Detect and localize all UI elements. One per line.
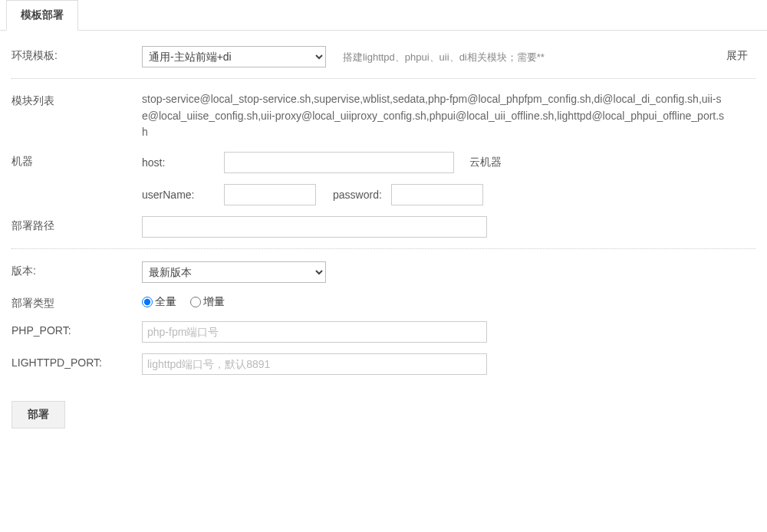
module-list-label: 模块列表 bbox=[12, 91, 142, 108]
module-list-value: stop-service@local_stop-service.sh,super… bbox=[142, 91, 725, 141]
password-label: password: bbox=[333, 189, 382, 201]
host-input[interactable] bbox=[224, 152, 454, 173]
php-port-input[interactable] bbox=[142, 321, 487, 343]
deploy-type-label: 部署类型 bbox=[12, 294, 142, 310]
radio-full-label: 全量 bbox=[155, 295, 176, 309]
env-template-hint: 搭建lighttpd、phpui、uii、di相关模块；需要** bbox=[343, 51, 545, 64]
deploy-type-full[interactable]: 全量 bbox=[142, 295, 176, 309]
version-select[interactable]: 最新版本 bbox=[142, 261, 326, 283]
host-label: host: bbox=[142, 156, 215, 169]
deploy-form: 环境模板: 通用-主站前端+di 搭建lighttpd、phpui、uii、di… bbox=[0, 31, 767, 393]
tab-bar: 模板部署 bbox=[0, 0, 767, 31]
username-input[interactable] bbox=[224, 184, 316, 205]
deploy-type-incremental[interactable]: 增量 bbox=[190, 295, 225, 309]
lighttpd-port-label: LIGHTTPD_PORT: bbox=[12, 353, 142, 369]
divider-2 bbox=[12, 248, 755, 249]
lighttpd-port-input[interactable] bbox=[142, 353, 487, 375]
env-template-select[interactable]: 通用-主站前端+di bbox=[142, 46, 326, 67]
radio-incremental[interactable] bbox=[190, 297, 201, 307]
tab-template-deploy[interactable]: 模板部署 bbox=[6, 0, 78, 31]
cloud-machine-label: 云机器 bbox=[469, 156, 502, 169]
radio-incremental-label: 增量 bbox=[203, 295, 225, 309]
divider bbox=[12, 78, 755, 79]
machine-label: 机器 bbox=[12, 152, 142, 169]
radio-full[interactable] bbox=[142, 297, 153, 307]
username-label: userName: bbox=[142, 189, 215, 201]
deploy-button[interactable]: 部署 bbox=[12, 401, 65, 429]
deploy-path-label: 部署路径 bbox=[12, 216, 142, 233]
deploy-path-input[interactable] bbox=[142, 216, 487, 238]
version-label: 版本: bbox=[12, 261, 142, 278]
php-port-label: PHP_PORT: bbox=[12, 321, 142, 337]
expand-link[interactable]: 展开 bbox=[726, 46, 748, 63]
password-input[interactable] bbox=[391, 184, 483, 205]
env-template-label: 环境模板: bbox=[12, 46, 142, 63]
